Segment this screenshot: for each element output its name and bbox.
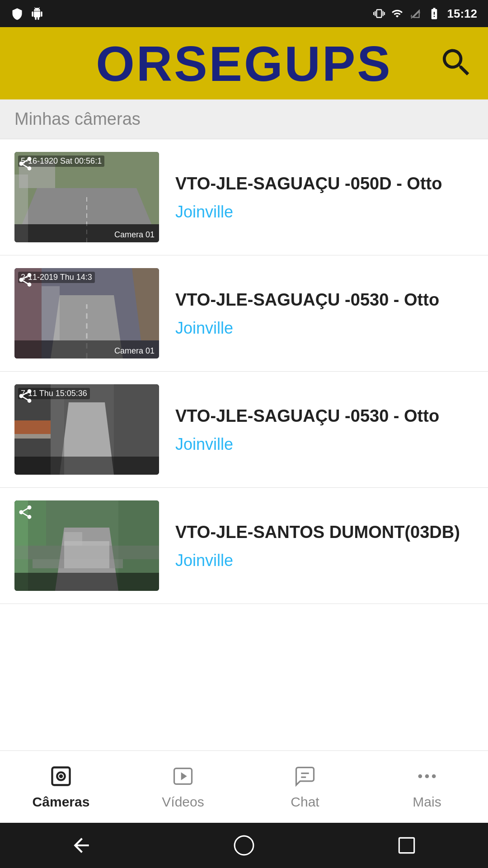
- back-button[interactable]: [70, 834, 93, 857]
- svg-marker-14: [60, 402, 114, 475]
- svg-marker-32: [181, 772, 187, 780]
- camera-name-3: VTO-JLE-SAGUAÇU -0530 - Otto: [175, 405, 474, 427]
- home-button[interactable]: [233, 834, 255, 857]
- camera-overlay-4: [14, 500, 159, 591]
- share-icon-4[interactable]: [17, 504, 33, 524]
- camera-thumb-4[interactable]: [14, 500, 159, 591]
- android-icon: [31, 7, 43, 20]
- camera-name-1: VTO-JLE-SAGUAÇU -050D - Otto: [175, 173, 474, 195]
- camera-location-3[interactable]: Joinville: [175, 435, 474, 454]
- search-button[interactable]: [438, 45, 474, 82]
- camera-info-3: VTO-JLE-SAGUAÇU -0530 - Otto Joinville: [159, 405, 474, 453]
- nav-mais[interactable]: Mais: [366, 760, 488, 814]
- svg-rect-28: [64, 532, 82, 546]
- nav-chat[interactable]: Chat: [244, 760, 366, 814]
- app-logo: ORSEGUPS: [96, 35, 392, 92]
- videos-icon: [171, 764, 195, 790]
- camera-preview-4: [14, 500, 159, 591]
- svg-point-35: [418, 774, 422, 778]
- vibrate-icon: [373, 8, 385, 19]
- svg-rect-39: [399, 838, 414, 853]
- camera-item-3[interactable]: 7-11 Thu 15:05:36 VTO-JLE-SAGUAÇU -0530 …: [0, 372, 488, 488]
- nav-videos-label: Vídeos: [162, 794, 204, 810]
- nav-cameras[interactable]: Câmeras: [0, 760, 122, 814]
- svg-point-38: [235, 836, 253, 855]
- nav-cameras-label: Câmeras: [33, 794, 90, 810]
- status-bar: 15:12: [0, 0, 488, 27]
- svg-rect-19: [14, 434, 51, 439]
- cam-label-1: Camera 01: [114, 230, 155, 240]
- cam-label-2: Camera 01: [114, 346, 155, 356]
- camera-name-4: VTO-JLE-SANTOS DUMONT(03DB): [175, 521, 474, 543]
- section-label: Minhas câmeras: [0, 99, 488, 139]
- nav-videos[interactable]: Vídeos: [122, 760, 244, 814]
- share-icon-3[interactable]: [17, 388, 33, 408]
- camera-list: 5-16-1920 Sat 00:56:1 Camera 01 VTO-JLE-…: [0, 139, 488, 750]
- signal-off-icon: [409, 8, 421, 19]
- camera-thumb-3[interactable]: 7-11 Thu 15:05:36: [14, 384, 159, 475]
- camera-info-2: VTO-JLE-SAGUAÇU -0530 - Otto Joinville: [159, 289, 474, 337]
- search-icon: [438, 45, 474, 81]
- bottom-nav: Câmeras Vídeos Chat Mais: [0, 750, 488, 823]
- camera-thumb-2[interactable]: 2-11-2019 Thu 14:3 Camera 01: [14, 268, 159, 359]
- status-right-icons: 15:12: [373, 7, 478, 21]
- camera-item-4[interactable]: VTO-JLE-SANTOS DUMONT(03DB) Joinville: [0, 488, 488, 604]
- svg-rect-16: [51, 393, 64, 475]
- battery-icon: [427, 7, 441, 20]
- system-nav: [0, 823, 488, 868]
- shield-icon: [11, 7, 23, 20]
- svg-point-37: [432, 774, 436, 778]
- recents-button[interactable]: [395, 834, 418, 857]
- svg-rect-18: [14, 420, 51, 434]
- camera-name-2: VTO-JLE-SAGUAÇU -0530 - Otto: [175, 289, 474, 311]
- camera-location-4[interactable]: Joinville: [175, 551, 474, 570]
- chat-icon: [293, 764, 317, 790]
- camera-location-2[interactable]: Joinville: [175, 319, 474, 338]
- app-header: ORSEGUPS: [0, 27, 488, 99]
- camera-info-1: VTO-JLE-SAGUAÇU -050D - Otto Joinville: [159, 173, 474, 221]
- nav-chat-label: Chat: [291, 794, 319, 810]
- status-left-icons: [11, 7, 43, 20]
- share-icon-1[interactable]: [17, 156, 33, 175]
- cameras-icon: [49, 764, 73, 790]
- svg-rect-6: [14, 175, 28, 242]
- share-icon-2[interactable]: [17, 272, 33, 292]
- svg-point-36: [425, 774, 429, 778]
- nav-mais-label: Mais: [413, 794, 441, 810]
- clock: 15:12: [447, 7, 478, 21]
- camera-item-1[interactable]: 5-16-1920 Sat 00:56:1 Camera 01 VTO-JLE-…: [0, 139, 488, 255]
- camera-item-2[interactable]: 2-11-2019 Thu 14:3 Camera 01 VTO-JLE-SAG…: [0, 255, 488, 372]
- mais-icon: [415, 764, 439, 790]
- camera-info-4: VTO-JLE-SANTOS DUMONT(03DB) Joinville: [159, 521, 474, 570]
- wifi-icon: [391, 8, 403, 19]
- camera-location-1[interactable]: Joinville: [175, 203, 474, 222]
- svg-point-29: [59, 774, 63, 778]
- camera-thumb-1[interactable]: 5-16-1920 Sat 00:56:1 Camera 01: [14, 152, 159, 242]
- svg-rect-10: [42, 286, 60, 340]
- svg-rect-17: [114, 384, 159, 475]
